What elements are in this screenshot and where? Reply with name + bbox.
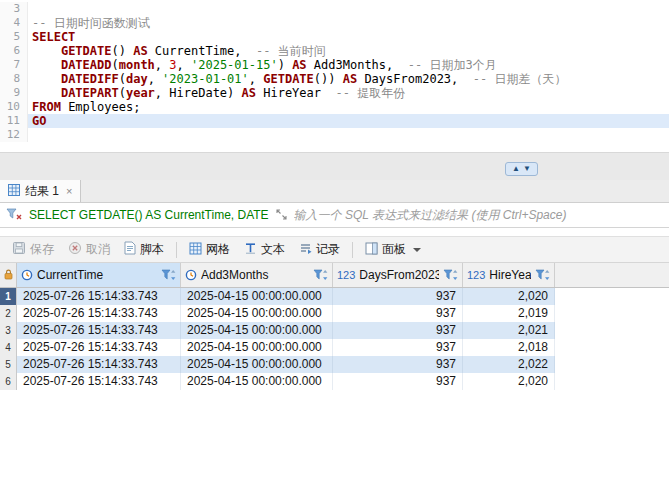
sql-tool-window: 34-- 日期时间函数测试5SELECT6 GETDATE() AS Curre… [0,0,669,480]
save-icon [12,241,26,258]
row-number[interactable]: 6 [0,373,17,390]
editor-line[interactable]: 9 DATEPART(year, HireDate) AS HireYear -… [0,86,669,100]
int-type-badge: 123 [467,269,485,281]
editor-code: DATEADD(month, 3, '2025-01-15') AS Add3M… [28,58,669,72]
editor-line[interactable]: 5SELECT [0,30,669,44]
record-view-button[interactable]: 记录 [293,239,346,260]
grid-cell[interactable]: 2025-04-15 00:00:00.000 [181,339,333,356]
editor-code: GETDATE() AS CurrentTime, -- 当前时间 [28,44,669,58]
grid-cell[interactable]: 2025-04-15 00:00:00.000 [181,322,333,339]
table-row[interactable]: 62025-07-26 15:14:33.7432025-04-15 00:00… [0,373,555,390]
table-row[interactable]: 32025-07-26 15:14:33.7432025-04-15 00:00… [0,322,555,339]
toolbar-separator [352,242,353,258]
row-number[interactable]: 2 [0,305,17,322]
collapse-up-button[interactable]: ▲ [512,163,520,175]
row-number[interactable]: 4 [0,339,17,356]
results-grid: CurrentTimeAdd3Months123DaysFrom2023123H… [0,263,669,390]
column-header-Add3Months[interactable]: Add3Months [181,263,333,287]
script-button[interactable]: 脚本 [118,239,170,260]
table-row[interactable]: 22025-07-26 15:14:33.7432025-04-15 00:00… [0,305,555,322]
filter-sort-icon[interactable] [535,269,550,281]
grid-view-icon [189,242,202,258]
row-number[interactable]: 3 [0,322,17,339]
grid-cell[interactable]: 2,018 [463,339,555,356]
grid-cell[interactable]: 2,021 [463,322,555,339]
column-header-DaysFrom2023[interactable]: 123DaysFrom2023 [333,263,463,287]
grid-tab-icon [8,184,20,199]
table-row[interactable]: 12025-07-26 15:14:33.7432025-04-15 00:00… [0,288,555,305]
grid-header-cells: CurrentTimeAdd3Months123DaysFrom2023123H… [17,263,555,287]
column-header-CurrentTime[interactable]: CurrentTime [17,263,181,287]
text-view-button[interactable]: 文本 [238,239,291,260]
grid-cell[interactable]: 937 [333,356,463,373]
grid-cell[interactable]: 937 [333,322,463,339]
editor-line[interactable]: 10FROM Employees; [0,100,669,114]
grid-cell[interactable]: 2,020 [463,373,555,390]
results-filter-bar: SELECT GETDATE() AS CurrentTime, DATE 输入… [0,203,669,228]
grid-cell[interactable]: 937 [333,305,463,322]
cancel-button[interactable]: 取消 [62,239,116,260]
column-header-HireYear[interactable]: 123HireYear [463,263,555,287]
grid-cell[interactable]: 2,022 [463,356,555,373]
table-row[interactable]: 42025-07-26 15:14:33.7432025-04-15 00:00… [0,339,555,356]
panels-button[interactable]: 面板 [359,239,427,260]
tab-label: 结果 1 [25,183,59,200]
grid-cell[interactable]: 2025-04-15 00:00:00.000 [181,373,333,390]
editor-line[interactable]: 11GO [0,114,669,128]
cancel-icon [68,241,82,258]
grid-header: CurrentTimeAdd3Months123DaysFrom2023123H… [0,263,669,288]
sql-editor[interactable]: 34-- 日期时间函数测试5SELECT6 GETDATE() AS Curre… [0,0,669,152]
grid-view-button[interactable]: 网格 [183,239,236,260]
grid-cell[interactable]: 937 [333,288,463,305]
editor-code [28,2,669,16]
editor-line[interactable]: 6 GETDATE() AS CurrentTime, -- 当前时间 [0,44,669,58]
grid-cell[interactable]: 2025-04-15 00:00:00.000 [181,305,333,322]
filter-input[interactable]: 输入一个 SQL 表达式来过滤结果 (使用 Ctrl+Space) [294,207,663,224]
grid-cell[interactable]: 2025-07-26 15:14:33.743 [17,356,181,373]
grid-cell[interactable]: 937 [333,339,463,356]
filter-sort-icon[interactable] [161,269,176,281]
editor-line[interactable]: 4-- 日期时间函数测试 [0,16,669,30]
grid-cell[interactable]: 2025-04-15 00:00:00.000 [181,288,333,305]
filter-sort-icon[interactable] [443,269,458,281]
cancel-label: 取消 [86,241,110,258]
close-icon[interactable]: × [66,185,72,197]
editor-line[interactable]: 3 [0,2,669,16]
grid-cell[interactable]: 937 [333,373,463,390]
grid-cell[interactable]: 2025-07-26 15:14:33.743 [17,373,181,390]
grid-cell[interactable]: 2025-07-26 15:14:33.743 [17,339,181,356]
column-name: HireYear [489,268,531,282]
grid-cell[interactable]: 2,019 [463,305,555,322]
grid-cell[interactable]: 2025-07-26 15:14:33.743 [17,322,181,339]
grid-cell[interactable]: 2025-07-26 15:14:33.743 [17,288,181,305]
grid-cell[interactable]: 2025-07-26 15:14:33.743 [17,305,181,322]
expand-down-button[interactable]: ▼ [523,163,531,175]
grid-cell[interactable]: 2025-04-15 00:00:00.000 [181,356,333,373]
row-number[interactable]: 5 [0,356,17,373]
spacer [0,228,669,236]
script-label: 脚本 [140,241,164,258]
editor-results-splitter[interactable]: ▲ ▼ [0,152,669,180]
tab-results-1[interactable]: 结果 1 × [0,180,81,202]
editor-line[interactable]: 8 DATEDIFF(day, '2023-01-01', GETDATE())… [0,72,669,86]
editor-code: DATEPART(year, HireDate) AS HireYear -- … [28,86,669,100]
editor-line[interactable]: 7 DATEADD(month, 3, '2025-01-15') AS Add… [0,58,669,72]
expand-filter-icon[interactable] [276,206,287,224]
table-row[interactable]: 52025-07-26 15:14:33.7432025-04-15 00:00… [0,356,555,373]
save-button[interactable]: 保存 [6,239,60,260]
filter-clear-icon[interactable] [6,206,22,224]
grid-cell[interactable]: 2,020 [463,288,555,305]
line-number: 3 [0,2,28,16]
editor-code: GO [28,114,669,128]
results-toolbar: 保存 取消 脚本 网格 文本 记录 面板 [0,236,669,263]
line-number: 10 [0,100,28,114]
grid-corner-cell[interactable] [0,263,17,287]
line-number: 4 [0,16,28,30]
row-number[interactable]: 1 [0,288,17,305]
line-number: 9 [0,86,28,100]
active-query-text: SELECT GETDATE() AS CurrentTime, DATE [29,208,269,222]
filter-sort-icon[interactable] [313,269,328,281]
line-number: 8 [0,72,28,86]
line-number: 11 [0,114,28,128]
editor-line[interactable]: 12 [0,128,669,142]
